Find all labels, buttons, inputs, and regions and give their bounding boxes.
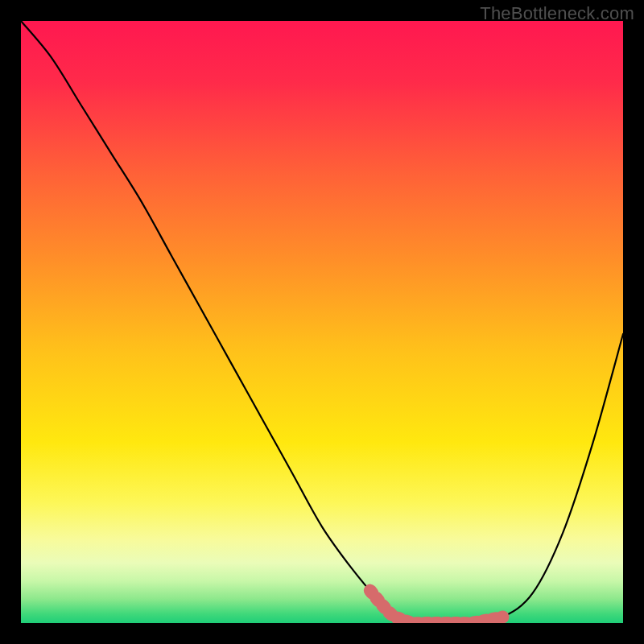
plot-area bbox=[21, 21, 623, 623]
optimal-band-highlight bbox=[370, 591, 503, 623]
chart-frame: TheBottleneck.com bbox=[0, 0, 644, 644]
watermark-text: TheBottleneck.com bbox=[480, 3, 634, 24]
curve-layer bbox=[21, 21, 623, 623]
bottleneck-curve bbox=[21, 21, 623, 623]
